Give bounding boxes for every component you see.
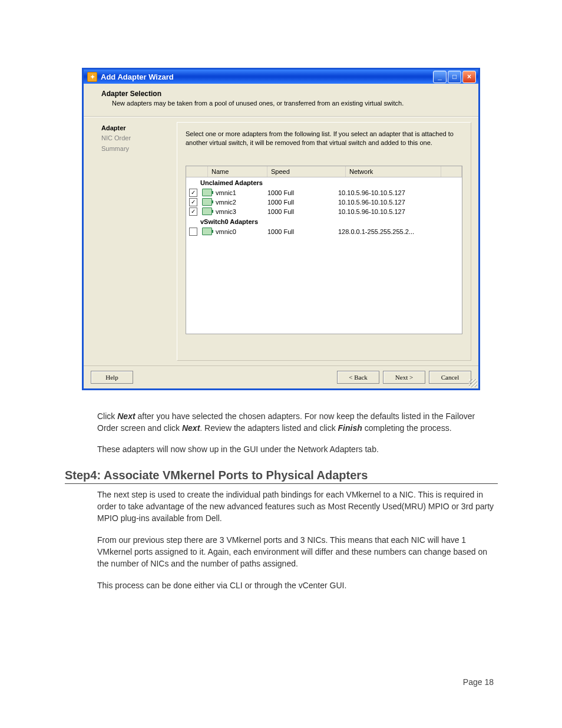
checkbox-vmnic2[interactable]: ✓ bbox=[189, 198, 197, 206]
step-summary[interactable]: Summary bbox=[101, 144, 172, 154]
col-name[interactable]: Name bbox=[208, 166, 267, 177]
page-number: Page 18 bbox=[463, 677, 494, 687]
maximize-button[interactable]: □ bbox=[448, 71, 461, 83]
cell-name: vmnic2 bbox=[213, 199, 267, 206]
cell-network: 10.10.5.96-10.10.5.127 bbox=[338, 199, 462, 206]
back-button[interactable]: < Back bbox=[337, 371, 379, 384]
minimize-button[interactable]: _ bbox=[433, 71, 447, 83]
window-titlebar[interactable]: ✦ Add Adapter Wizard _ □ × bbox=[84, 70, 478, 84]
cell-network: 10.10.5.96-10.10.5.127 bbox=[338, 208, 462, 215]
step-adapter[interactable]: Adapter bbox=[101, 123, 172, 134]
document-body: Click Next after you have selected the c… bbox=[97, 410, 498, 456]
cancel-button[interactable]: Cancel bbox=[429, 371, 471, 384]
document-body: The next step is used to create the indi… bbox=[97, 489, 498, 591]
header-subtitle: New adapters may be taken from a pool of… bbox=[112, 99, 467, 108]
nic-icon bbox=[202, 198, 212, 206]
col-speed[interactable]: Speed bbox=[267, 166, 346, 177]
table-row[interactable]: vmnic0 1000 Full 128.0.0.1-255.255.255.2… bbox=[186, 227, 462, 236]
dialog-add-adapter-wizard: ✦ Add Adapter Wizard _ □ × Adapter Selec… bbox=[82, 68, 480, 390]
app-icon: ✦ bbox=[87, 72, 97, 82]
table-header: Name Speed Network bbox=[186, 166, 462, 177]
content-pane: Select one or more adapters from the fol… bbox=[177, 122, 471, 361]
cell-speed: 1000 Full bbox=[267, 228, 338, 235]
checkbox-vmnic3[interactable]: ✓ bbox=[189, 207, 197, 216]
table-row[interactable]: ✓ vmnic2 1000 Full 10.10.5.96-10.10.5.12… bbox=[186, 197, 462, 207]
cell-network: 128.0.0.1-255.255.255.2... bbox=[338, 228, 462, 235]
header-title: Adapter Selection bbox=[101, 90, 467, 98]
col-network[interactable]: Network bbox=[346, 166, 441, 177]
table-row[interactable]: ✓ vmnic1 1000 Full 10.10.5.96-10.10.5.12… bbox=[186, 188, 462, 197]
paragraph: From our previous step there are 3 VMker… bbox=[97, 534, 498, 570]
checkbox-vmnic1[interactable]: ✓ bbox=[189, 189, 197, 197]
nic-icon bbox=[202, 228, 212, 235]
step-nic-order[interactable]: NIC Order bbox=[101, 133, 172, 144]
paragraph: Click Next after you have selected the c… bbox=[97, 410, 498, 434]
cell-speed: 1000 Full bbox=[267, 208, 338, 215]
step4-heading: Step4: Associate VMkernel Ports to Physi… bbox=[65, 469, 498, 484]
paragraph: The next step is used to create the indi… bbox=[97, 489, 498, 525]
nic-icon bbox=[202, 189, 212, 196]
wizard-steps: Adapter NIC Order Summary bbox=[84, 117, 177, 365]
wizard-header: Adapter Selection New adapters may be ta… bbox=[84, 84, 478, 117]
next-button[interactable]: Next > bbox=[383, 371, 425, 384]
resize-grip-icon[interactable] bbox=[469, 379, 477, 387]
instruction-text: Select one or more adapters from the fol… bbox=[186, 130, 462, 148]
paragraph: This process can be done either via CLI … bbox=[97, 579, 498, 591]
window-title: Add Adapter Wizard bbox=[101, 73, 174, 81]
adapters-table: Name Speed Network Unclaimed Adapters ✓ … bbox=[186, 166, 462, 334]
cell-name: vmnic0 bbox=[213, 228, 267, 235]
help-button[interactable]: Help bbox=[91, 371, 133, 384]
group-unclaimed: Unclaimed Adapters bbox=[186, 177, 462, 188]
paragraph: These adapters will now show up in the G… bbox=[97, 443, 498, 455]
cell-speed: 1000 Full bbox=[267, 189, 338, 196]
cell-network: 10.10.5.96-10.10.5.127 bbox=[338, 189, 462, 196]
group-vswitch0: vSwitch0 Adapters bbox=[186, 216, 462, 227]
button-bar: Help < Back Next > Cancel bbox=[84, 365, 478, 388]
cell-name: vmnic1 bbox=[213, 189, 267, 196]
checkbox-vmnic0[interactable] bbox=[189, 228, 197, 236]
close-button[interactable]: × bbox=[462, 71, 476, 83]
table-row[interactable]: ✓ vmnic3 1000 Full 10.10.5.96-10.10.5.12… bbox=[186, 207, 462, 216]
nic-icon bbox=[202, 207, 212, 215]
cell-name: vmnic3 bbox=[213, 208, 267, 215]
cell-speed: 1000 Full bbox=[267, 199, 338, 206]
